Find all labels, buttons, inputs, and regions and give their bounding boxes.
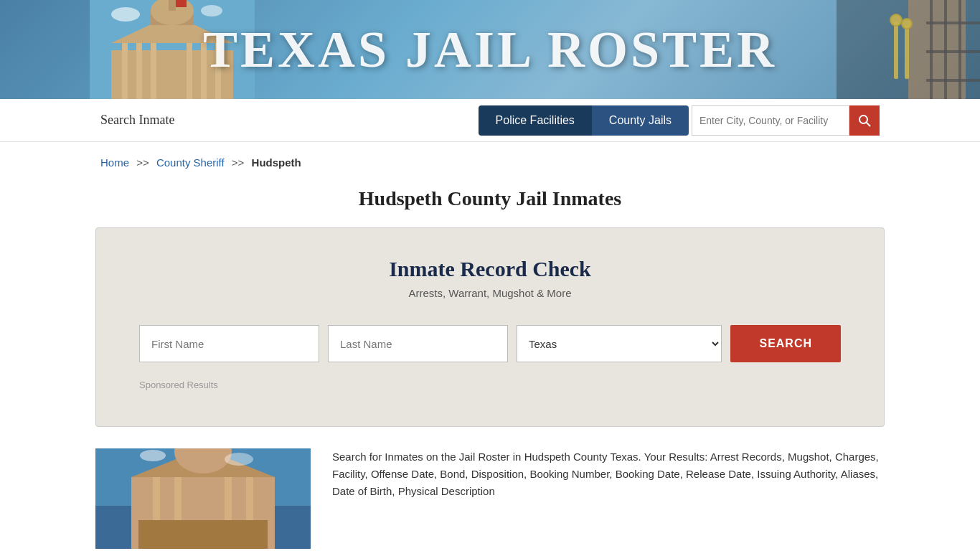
- last-name-input[interactable]: [328, 325, 508, 362]
- svg-rect-16: [908, 0, 966, 99]
- svg-rect-3: [136, 43, 142, 99]
- bottom-image: [95, 448, 311, 549]
- svg-rect-23: [958, 0, 961, 99]
- search-inmate-label: Search Inmate: [100, 113, 174, 128]
- svg-line-28: [867, 123, 870, 126]
- svg-point-39: [140, 450, 166, 461]
- svg-rect-5: [187, 43, 192, 99]
- svg-point-13: [111, 7, 140, 22]
- page-title: Hudspeth County Jail Inmates: [0, 187, 980, 210]
- search-icon: [858, 114, 871, 127]
- bottom-thumbnail: [95, 448, 311, 549]
- keys-image: [837, 0, 980, 99]
- svg-rect-21: [930, 0, 933, 99]
- svg-rect-17: [894, 22, 898, 79]
- breadcrumb-county-sheriff[interactable]: County Sheriff: [156, 156, 225, 169]
- police-facilities-button[interactable]: Police Facilities: [479, 105, 592, 136]
- svg-point-20: [902, 19, 912, 29]
- first-name-input[interactable]: [139, 325, 319, 362]
- record-check-title: Inmate Record Check: [139, 257, 841, 281]
- nav-bar: Search Inmate Police Facilities County J…: [0, 99, 980, 142]
- county-jails-button[interactable]: County Jails: [592, 105, 689, 136]
- svg-rect-24: [926, 22, 980, 24]
- svg-rect-2: [122, 43, 128, 99]
- nav-search-box: [692, 105, 880, 136]
- sponsored-label: Sponsored Results: [139, 380, 841, 390]
- breadcrumb-sep1: >>: [136, 156, 149, 169]
- record-check-form: AlabamaAlaskaArizonaArkansasCaliforniaCo…: [139, 325, 841, 362]
- svg-rect-18: [905, 25, 909, 79]
- svg-rect-26: [926, 79, 980, 82]
- record-check-section: Inmate Record Check Arrests, Warrant, Mu…: [95, 227, 885, 427]
- search-button[interactable]: SEARCH: [730, 325, 841, 362]
- svg-point-19: [890, 14, 902, 26]
- record-check-subtitle: Arrests, Warrant, Mugshot & More: [139, 287, 841, 299]
- svg-rect-25: [926, 50, 980, 53]
- svg-point-14: [201, 5, 222, 17]
- state-select[interactable]: AlabamaAlaskaArizonaArkansasCaliforniaCo…: [517, 325, 722, 362]
- svg-rect-11: [169, 0, 176, 11]
- breadcrumb-home[interactable]: Home: [100, 156, 129, 169]
- nav-search-input[interactable]: [692, 105, 849, 136]
- bottom-section: Search for Inmates on the Jail Roster in…: [95, 448, 885, 551]
- svg-rect-4: [151, 43, 156, 99]
- bottom-description: Search for Inmates on the Jail Roster in…: [332, 448, 885, 549]
- nav-buttons: Police Facilities County Jails: [479, 105, 689, 136]
- svg-rect-12: [176, 0, 187, 7]
- breadcrumb-sep2: >>: [232, 156, 245, 169]
- banner-title: Texas Jail Roster: [203, 20, 777, 80]
- svg-rect-38: [138, 520, 268, 549]
- breadcrumb: Home >> County Sheriff >> Hudspeth: [0, 142, 980, 176]
- svg-point-40: [225, 453, 253, 466]
- breadcrumb-current: Hudspeth: [252, 156, 301, 169]
- nav-search-button[interactable]: [849, 105, 880, 136]
- header-banner: Texas Jail Roster: [0, 0, 980, 99]
- svg-rect-22: [944, 0, 947, 99]
